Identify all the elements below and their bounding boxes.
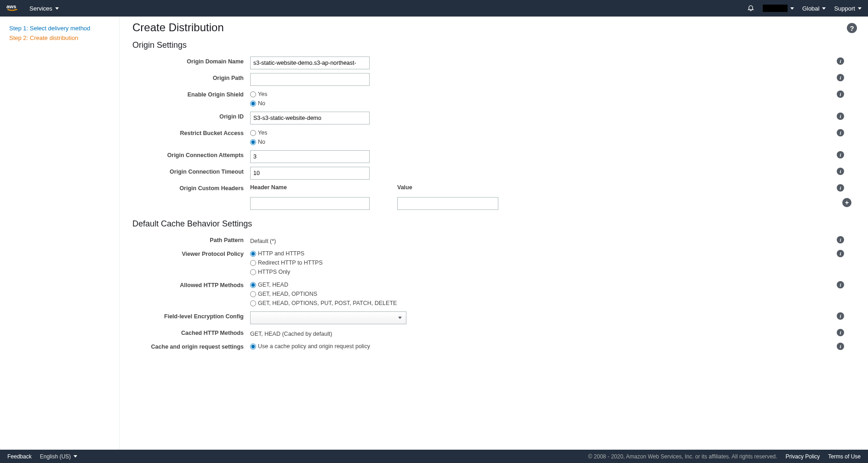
- restrict-no-radio[interactable]: [250, 139, 256, 145]
- connection-attempts-label: Origin Connection Attempts: [132, 149, 250, 164]
- custom-headers-label: Origin Custom Headers: [132, 182, 250, 194]
- topbar: aws Services Global Support: [0, 0, 868, 17]
- allowed-all-radio[interactable]: [250, 300, 256, 306]
- info-icon[interactable]: i: [837, 343, 844, 350]
- add-header-button[interactable]: +: [842, 198, 851, 207]
- caret-down-icon: [822, 7, 826, 10]
- info-icon[interactable]: i: [837, 90, 844, 98]
- step1-link[interactable]: Step 1: Select delivery method: [9, 25, 110, 32]
- cache-policy-label: Use a cache policy and origin request po…: [258, 343, 370, 350]
- info-icon[interactable]: i: [837, 113, 844, 120]
- notifications-icon[interactable]: [747, 4, 754, 13]
- origin-domain-name-input[interactable]: [250, 56, 370, 69]
- wizard-sidebar: Step 1: Select delivery method Step 2: C…: [0, 17, 120, 450]
- viewer-https-only-label: HTTPS Only: [258, 269, 290, 275]
- support-label: Support: [834, 5, 855, 12]
- cache-section-title: Default Cache Behavior Settings: [132, 219, 855, 229]
- support-menu[interactable]: Support: [834, 5, 862, 12]
- caret-down-icon: [858, 7, 862, 10]
- allowed-get-head-options-radio[interactable]: [250, 291, 256, 297]
- origin-path-input[interactable]: [250, 73, 370, 86]
- main-content: ? Create Distribution Origin Settings Or…: [120, 17, 868, 450]
- restrict-no-label: No: [258, 139, 265, 145]
- origin-path-label: Origin Path: [132, 72, 250, 87]
- connection-timeout-label: Origin Connection Timeout: [132, 166, 250, 181]
- allowed-get-head-options-label: GET, HEAD, OPTIONS: [258, 291, 317, 297]
- account-name-redacted: [763, 5, 788, 12]
- help-icon[interactable]: ?: [847, 23, 857, 33]
- custom-header-name-input[interactable]: [250, 197, 370, 210]
- field-enc-label: Field-level Encryption Config: [132, 311, 250, 325]
- origin-shield-yes-radio[interactable]: [250, 91, 256, 97]
- cache-policy-radio[interactable]: [250, 344, 256, 350]
- viewer-redirect-label: Redirect HTTP to HTTPS: [258, 260, 323, 266]
- services-menu[interactable]: Services: [29, 5, 59, 12]
- origin-shield-yes-label: Yes: [258, 91, 267, 97]
- field-enc-select[interactable]: [250, 311, 406, 324]
- custom-header-value-input[interactable]: [397, 197, 498, 210]
- origin-shield-no-radio[interactable]: [250, 101, 256, 107]
- viewer-https-only-radio[interactable]: [250, 269, 256, 275]
- services-label: Services: [29, 5, 52, 12]
- restrict-bucket-label: Restrict Bucket Access: [132, 127, 250, 147]
- viewer-redirect-radio[interactable]: [250, 260, 256, 266]
- account-menu[interactable]: [763, 5, 794, 12]
- header-value-subheader: Value: [397, 182, 818, 194]
- restrict-yes-label: Yes: [258, 130, 267, 136]
- page-title: Create Distribution: [132, 21, 855, 34]
- origin-id-input[interactable]: [250, 112, 370, 124]
- viewer-http-https-label: HTTP and HTTPS: [258, 250, 304, 257]
- aws-logo[interactable]: aws: [6, 4, 21, 13]
- origin-shield-no-label: No: [258, 100, 265, 107]
- connection-attempts-input[interactable]: [250, 150, 370, 163]
- allowed-methods-label: Allowed HTTP Methods: [132, 279, 250, 309]
- origin-domain-name-label: Origin Domain Name: [132, 56, 250, 70]
- cached-methods-value: GET, HEAD (Cached by default): [250, 328, 332, 337]
- origin-shield-label: Enable Origin Shield: [132, 89, 250, 109]
- caret-down-icon: [55, 7, 59, 10]
- info-icon[interactable]: i: [837, 74, 844, 81]
- info-icon[interactable]: i: [837, 57, 844, 65]
- cached-methods-label: Cached HTTP Methods: [132, 327, 250, 339]
- cache-settings-label: Cache and origin request settings: [132, 341, 250, 353]
- info-icon[interactable]: i: [837, 184, 844, 192]
- info-icon[interactable]: i: [837, 329, 844, 336]
- restrict-yes-radio[interactable]: [250, 130, 256, 136]
- region-label: Global: [802, 5, 820, 12]
- info-icon[interactable]: i: [837, 151, 844, 158]
- allowed-get-head-label: GET, HEAD: [258, 282, 288, 288]
- viewer-http-https-radio[interactable]: [250, 251, 256, 257]
- allowed-get-head-radio[interactable]: [250, 282, 256, 288]
- path-pattern-label: Path Pattern: [132, 234, 250, 246]
- svg-text:aws: aws: [6, 4, 16, 9]
- viewer-protocol-label: Viewer Protocol Policy: [132, 248, 250, 277]
- origin-section-title: Origin Settings: [132, 40, 855, 50]
- info-icon[interactable]: i: [837, 281, 844, 288]
- origin-id-label: Origin ID: [132, 111, 250, 125]
- connection-timeout-input[interactable]: [250, 167, 370, 180]
- region-menu[interactable]: Global: [802, 5, 826, 12]
- info-icon[interactable]: i: [837, 236, 844, 243]
- path-pattern-value: Default (*): [250, 235, 276, 244]
- info-icon[interactable]: i: [837, 168, 844, 175]
- info-icon[interactable]: i: [837, 312, 844, 320]
- header-name-subheader: Header Name: [250, 182, 397, 194]
- info-icon[interactable]: i: [837, 129, 844, 136]
- caret-down-icon: [790, 7, 794, 10]
- info-icon[interactable]: i: [837, 250, 844, 257]
- step2-link[interactable]: Step 2: Create distribution: [9, 34, 110, 41]
- allowed-all-label: GET, HEAD, OPTIONS, PUT, POST, PATCH, DE…: [258, 300, 397, 306]
